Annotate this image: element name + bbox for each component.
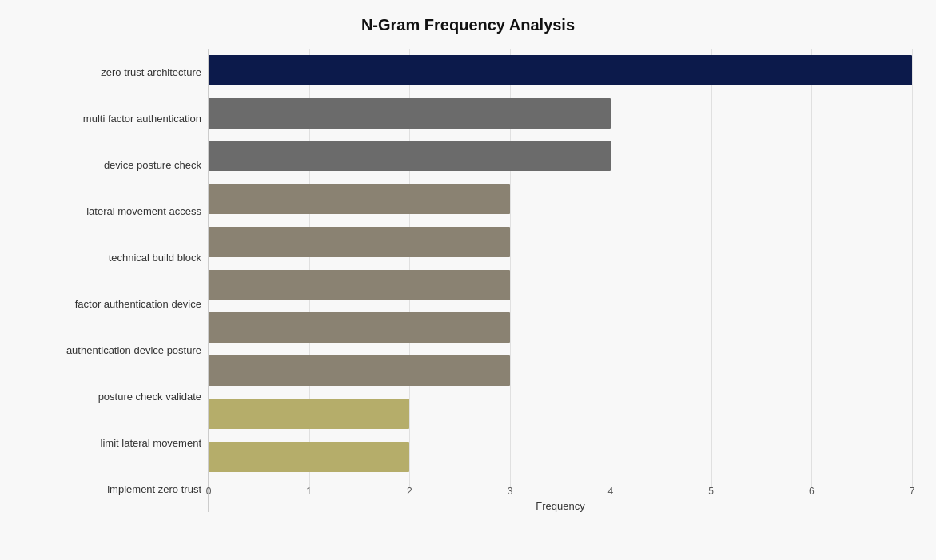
y-label: factor authentication device	[75, 283, 201, 324]
bars-wrapper	[209, 49, 912, 479]
x-tick: 1	[306, 486, 312, 497]
x-tick: 0	[206, 486, 212, 497]
y-label: limit lateral movement	[101, 422, 201, 463]
bar-row	[209, 224, 912, 260]
y-label: authentication device posture	[66, 329, 201, 371]
y-label: multi factor authentication	[83, 97, 201, 139]
bar	[209, 98, 611, 129]
bar	[209, 312, 510, 343]
bar	[209, 55, 912, 85]
bar-row	[209, 310, 912, 345]
bar-row	[209, 396, 912, 431]
grid-line	[912, 49, 913, 488]
chart-title: N-Gram Frequency Analysis	[24, 16, 912, 34]
bar	[209, 399, 409, 429]
x-tick: 5	[708, 486, 714, 497]
bar-row	[209, 53, 912, 88]
x-tick: 3	[508, 486, 513, 497]
x-tick: 7	[910, 486, 915, 497]
chart-container: N-Gram Frequency Analysis zero trust arc…	[0, 0, 936, 560]
y-label: technical build block	[109, 236, 201, 278]
x-tick: 6	[809, 486, 815, 497]
bar	[209, 270, 510, 300]
y-label: posture check validate	[98, 375, 201, 417]
y-label: device posture check	[104, 144, 201, 185]
bar	[209, 442, 409, 472]
bar	[209, 141, 611, 171]
bar-row	[209, 268, 912, 303]
x-axis-label: Frequency	[209, 500, 912, 512]
x-tick: 2	[407, 486, 412, 497]
bar	[209, 355, 510, 386]
bar-row	[209, 138, 912, 173]
y-label: lateral movement access	[86, 190, 201, 232]
bar-row	[209, 181, 912, 216]
x-tick: 4	[608, 486, 614, 497]
bar	[209, 227, 510, 257]
y-labels: zero trust architecturemulti factor auth…	[24, 49, 208, 512]
bar-row	[209, 439, 912, 475]
bar	[209, 184, 510, 214]
bars-section: 01234567 Frequency	[208, 49, 912, 512]
y-label: zero trust architecture	[101, 51, 201, 93]
chart-area: zero trust architecturemulti factor auth…	[24, 49, 912, 512]
x-axis: 01234567	[209, 479, 912, 497]
bar-row	[209, 96, 912, 131]
bar-row	[209, 353, 912, 388]
y-label: implement zero trust	[107, 468, 201, 510]
